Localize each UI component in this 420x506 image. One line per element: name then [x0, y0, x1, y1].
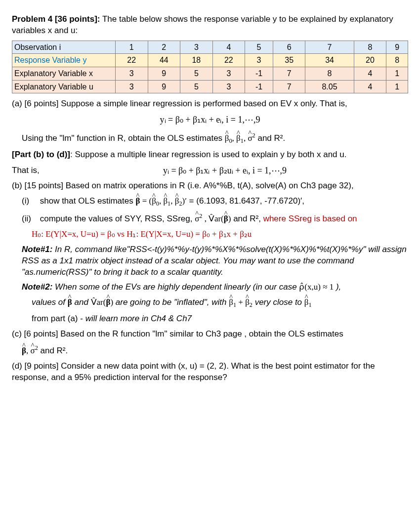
table-cell: 18 [180, 54, 213, 67]
problem-heading: Problem 4 [36 points]: The table below s… [12, 14, 408, 37]
sigma2-varbeta: σ2 , V̂ar(β) [195, 214, 231, 223]
table-cell: 1 [386, 67, 408, 81]
beta-hat-bold: β [68, 297, 72, 307]
c-symbols: β, σ2 [22, 346, 38, 355]
part-b-i: (i) show that OLS estimates β = (β0, β1,… [22, 196, 408, 208]
text: values of [32, 297, 68, 307]
table-cell: 4 [212, 41, 245, 54]
label: (i) [22, 196, 38, 207]
table-cell: Explanatory Variable u [12, 80, 116, 93]
table-cell: 3 [116, 67, 148, 81]
table-cell: 3 [212, 67, 245, 81]
table-cell: 8 [305, 67, 354, 81]
beta-hat-vector: β = (β0, β1, β2)′ [135, 196, 186, 206]
text: show that OLS estimates [40, 196, 136, 206]
b1-plus-b2: β1 + β2 [229, 297, 252, 307]
part-d: (d) [9 points] Consider a new data point… [12, 361, 408, 383]
part-a-lead: (a) [6 points] Suppose a simple linear r… [12, 98, 408, 110]
table-cell: 34 [305, 54, 354, 67]
data-table: Observation i 1 2 3 4 5 6 7 8 9 Response… [12, 41, 408, 93]
table-cell: 5 [180, 67, 213, 81]
text: = (6.1093, 81.6437, -77.6720)′, [187, 196, 304, 206]
part-b-ii: (ii) compute the values of SYY, RSS, SSr… [22, 212, 408, 225]
text: When some of the EVs are highly dependen… [52, 282, 299, 292]
problem-title-bold: Problem 4 [36 points]: [12, 14, 100, 24]
table-cell: 8 [386, 54, 408, 67]
b1-hat: β1 [304, 297, 312, 307]
note-2: Note#2: When some of the EVs are highly … [22, 282, 408, 293]
table-row: Response Variable y 22 44 18 22 3 35 34 … [12, 54, 408, 67]
text: (c) [6 points] Based on the R function "… [12, 329, 343, 338]
part-a-using: Using the "lm" function in R, obtain the… [22, 131, 408, 145]
text: [Part (b) to (d)] [12, 150, 70, 159]
table-cell: 44 [148, 54, 180, 67]
table-cell: Explanatory Variable x [12, 67, 116, 81]
note-1: Note#1: In R, command like"RSS<-t(y)%*%y… [22, 244, 408, 278]
text: Using the "lm" function in R, obtain the… [22, 133, 225, 143]
table-cell: -1 [245, 67, 273, 81]
text: and R². [257, 133, 285, 143]
part-a-equation: yᵢ = β₀ + β₁xᵢ + eᵢ, i = 1,⋯,9 [12, 114, 408, 126]
text: and [74, 297, 90, 307]
table-cell: 6 [273, 41, 305, 54]
text: where SSreg is based on [263, 214, 357, 223]
table-cell: -1 [245, 80, 273, 93]
text: and R², [233, 214, 263, 223]
table-row: Explanatory Variable u 3 9 5 3 -1 7 8.05… [12, 80, 408, 93]
table-cell: 9 [148, 67, 180, 81]
part-bd-lead: [Part (b) to (d)]: Suppose a multiple li… [12, 149, 408, 161]
table-cell: 22 [212, 54, 245, 67]
text: will learn more in Ch4 & Ch7 [85, 314, 192, 323]
table-row: Observation i 1 2 3 4 5 6 7 8 9 [12, 41, 408, 54]
var-beta-hat: V̂ar(β) [91, 297, 114, 307]
part-c: (c) [6 points] Based on the R function "… [12, 329, 408, 340]
table-cell: 1 [386, 80, 408, 93]
table-cell: 7 [305, 41, 354, 54]
table-cell: 3 [212, 80, 245, 93]
table-cell: 8.05 [305, 80, 354, 93]
table-cell: 8 [354, 41, 386, 54]
table-cell: 3 [180, 41, 213, 54]
table-cell: 4 [354, 67, 386, 81]
text: In R, command like"RSS<-t(y)%*%y-t(y)%*%… [22, 245, 407, 277]
table-cell: Response Variable y [12, 54, 116, 67]
text: Note#1: [22, 245, 52, 254]
rho-hat: ρ̂(x,u) ≈ 1 [299, 282, 334, 292]
table-row: Explanatory Variable x 3 9 5 3 -1 7 8 4 … [12, 67, 408, 81]
table-cell: 7 [273, 80, 305, 93]
part-b-ii-hypotheses: H₀: E(Y|X=x, U=u) = β₀ vs H₁: E(Y|X=x, U… [32, 229, 408, 240]
text: and R². [38, 346, 68, 355]
table-cell: 5 [245, 41, 273, 54]
text: very close to [255, 297, 304, 307]
label: (ii) [22, 213, 38, 225]
table-cell: 1 [116, 41, 148, 54]
part-bd-equation-line: That is, yᵢ = β₀ + β₁xᵢ + β₂uᵢ + eᵢ, i =… [12, 165, 408, 176]
text: That is, [12, 165, 42, 176]
table-cell: 2 [148, 41, 180, 54]
part-c-line2: β, σ2 and R². [22, 344, 408, 357]
part-bd-equation: yᵢ = β₀ + β₁xᵢ + β₂uᵢ + eᵢ, i = 1,⋯,9 [42, 165, 408, 176]
table-cell: 4 [354, 80, 386, 93]
text: compute the values of SYY, RSS, SSreg, [40, 214, 195, 223]
table-cell: 22 [116, 54, 148, 67]
table-cell: 3 [245, 54, 273, 67]
estimates-symbols: β0, β1, σ2 [225, 133, 255, 143]
table-cell: 5 [180, 80, 213, 93]
text: : Suppose a multiple linear regression i… [70, 150, 346, 159]
table-cell: 9 [148, 80, 180, 93]
table-cell: 3 [116, 80, 148, 93]
table-cell: 9 [386, 41, 408, 54]
text: ), [334, 282, 341, 292]
note-2-line-a: values of β and V̂ar(β) are going to be … [32, 297, 408, 309]
note-2-line-b: from part (a) - will learn more in Ch4 &… [32, 313, 408, 325]
text: Note#2: [22, 282, 52, 292]
table-cell: 7 [273, 67, 305, 81]
table-cell: 20 [354, 54, 386, 67]
text: are going to be "inflated", with [116, 297, 229, 307]
table-cell: Observation i [12, 41, 116, 54]
table-cell: 35 [273, 54, 305, 67]
text: from part (a) - [32, 314, 85, 323]
part-b-lead: (b) [15 points] Based on matrix operatio… [12, 180, 408, 192]
